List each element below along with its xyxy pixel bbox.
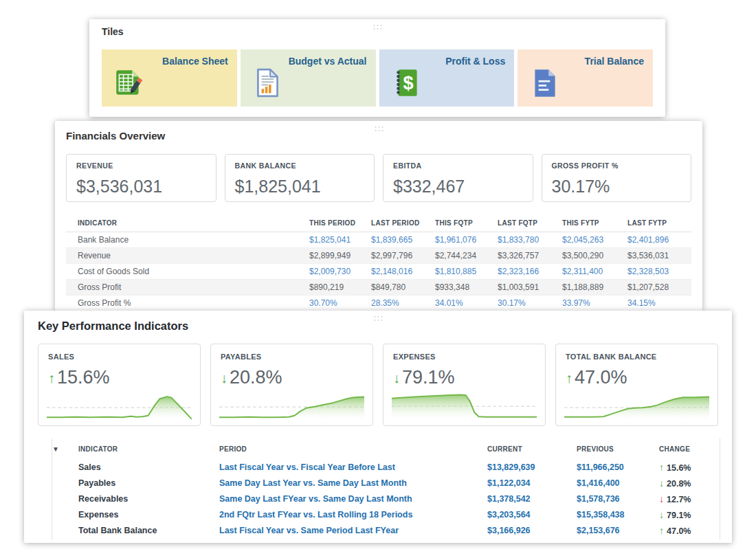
value-cell[interactable]: 30.70%	[309, 295, 371, 311]
sort-filter-icon[interactable]: ▼	[52, 438, 78, 459]
value-cell[interactable]: $2,009,730	[309, 264, 371, 280]
tile-label: Balance Sheet	[162, 56, 228, 67]
value-cell[interactable]: 33.97%	[562, 295, 627, 311]
indicator-cell: Gross Profit	[66, 280, 309, 295]
stat-value: $1,825,041	[235, 177, 365, 197]
table-row[interactable]: Revenue $2,899,949 $2,997,796 $2,744,234…	[66, 248, 691, 264]
kpi-card-total-bank-balance[interactable]: TOTAL BANK BALANCE ↑ 47.0%	[555, 344, 718, 426]
kpi-table-row[interactable]: Receivables Same Day Last FYear vs. Same…	[52, 491, 720, 506]
change-percent: 79.1%	[667, 511, 691, 520]
kpi-table-row[interactable]: Sales Last Fiscal Year vs. Fiscal Year B…	[52, 459, 720, 475]
value-cell[interactable]: $2,997,796	[371, 248, 435, 264]
period-link[interactable]: 2nd FQtr Last FYear vs. Last Rolling 18 …	[219, 506, 487, 522]
table-row[interactable]: Gross Profit $890,219 $849,780 $933,348 …	[66, 280, 691, 295]
previous-value-link[interactable]: $11,966,250	[577, 459, 659, 475]
stat-card-ebitda[interactable]: EBITDA $332,467	[383, 154, 533, 202]
value-cell[interactable]: $3,536,031	[627, 248, 691, 264]
stat-label: EBITDA	[393, 161, 523, 170]
value-cell[interactable]: $2,323,166	[498, 264, 562, 280]
previous-value-link[interactable]: $15,358,438	[577, 506, 659, 522]
current-value-link[interactable]: $1,378,542	[487, 491, 577, 506]
value-cell[interactable]: $2,744,234	[435, 248, 498, 264]
value-cell[interactable]: $2,899,949	[309, 248, 371, 264]
kpi-card-payables[interactable]: PAYABLES ↓ 20.8%	[210, 344, 373, 426]
value-cell[interactable]: $2,401,896	[627, 232, 691, 248]
period-link[interactable]: Last Fiscal Year vs. Same Period Last FY…	[219, 522, 487, 538]
drag-handle-icon[interactable]	[373, 23, 383, 30]
value-cell[interactable]: $1,839,665	[371, 232, 435, 248]
sparkline-chart	[219, 386, 364, 421]
indicator-cell: Receivables	[78, 491, 219, 506]
stat-card-gross-profit-pct[interactable]: GROSS PROFIT % 30.17%	[542, 154, 692, 202]
column-header[interactable]: INDICATOR	[78, 438, 219, 459]
value-cell[interactable]: $1,188,889	[562, 280, 627, 295]
current-value-link[interactable]: $3,203,564	[487, 506, 577, 522]
previous-value-link[interactable]: $2,153,676	[577, 522, 659, 538]
column-header[interactable]: PERIOD	[219, 438, 487, 459]
value-cell[interactable]: 30.17%	[498, 295, 562, 311]
current-value-link[interactable]: $1,122,034	[487, 475, 577, 491]
tile-profit-and-loss[interactable]: Profit & Loss $	[379, 49, 515, 107]
tile-balance-sheet[interactable]: Balance Sheet	[102, 49, 237, 107]
drag-handle-icon[interactable]	[373, 315, 383, 322]
change-percent: 47.0%	[667, 526, 691, 536]
change-cell: ↓12.7%	[659, 491, 720, 506]
tile-budget-vs-actual[interactable]: Budget vs Actual	[241, 49, 376, 107]
column-header[interactable]: PREVIOUS	[577, 438, 659, 459]
kpi-table-row[interactable]: Payables Same Day Last Year vs. Same Day…	[52, 475, 720, 491]
value-cell[interactable]: $1,810,885	[435, 264, 498, 280]
stat-card-revenue[interactable]: REVENUE $3,536,031	[66, 154, 216, 202]
value-cell[interactable]: $3,500,290	[562, 248, 627, 264]
kpi-table-row[interactable]: Total Bank Balance Last Fiscal Year vs. …	[52, 522, 720, 538]
stat-label: BANK BALANCE	[235, 161, 365, 170]
previous-value-link[interactable]: $1,416,400	[577, 475, 659, 491]
value-cell[interactable]: $1,003,591	[498, 280, 562, 295]
panel-title: Key Performance Indicators	[38, 320, 188, 333]
kpi-card-sales[interactable]: SALES ↑ 15.6%	[38, 344, 201, 426]
column-header[interactable]: CHANGE	[659, 438, 720, 459]
tile-trial-balance[interactable]: Trial Balance	[518, 49, 653, 107]
stat-label: GROSS PROFIT %	[552, 161, 682, 170]
value-cell[interactable]: $2,311,400	[562, 264, 627, 280]
value-cell[interactable]: $3,326,757	[498, 248, 562, 264]
value-cell[interactable]: $849,780	[371, 280, 435, 295]
value-cell[interactable]: $2,148,016	[371, 264, 435, 280]
kpi-table-container: ▼ INDICATOR PERIOD CURRENT PREVIOUS CHAN…	[52, 438, 720, 540]
indicator-cell: Payables	[78, 475, 219, 491]
current-value-link[interactable]: $13,829,639	[487, 459, 577, 475]
period-link[interactable]: Last Fiscal Year vs. Fiscal Year Before …	[219, 459, 487, 475]
indicator-cell: Gross Profit %	[66, 295, 309, 311]
column-header[interactable]: CURRENT	[487, 438, 577, 459]
period-link[interactable]: Same Day Last FYear vs. Same Day Last Mo…	[219, 491, 487, 506]
value-cell[interactable]: 34.01%	[435, 295, 498, 311]
kpi-card-expenses[interactable]: EXPENSES ↓ 79.1%	[383, 344, 546, 426]
sparkline-chart	[564, 386, 709, 421]
value-cell[interactable]: $2,328,503	[627, 264, 691, 280]
value-cell[interactable]: 28.35%	[371, 295, 435, 311]
column-header: THIS FQTP	[435, 214, 498, 232]
value-cell[interactable]: 34.15%	[627, 295, 691, 311]
table-row[interactable]: Cost of Goods Sold $2,009,730 $2,148,016…	[66, 264, 691, 280]
budget-vs-actual-icon	[252, 67, 284, 100]
trend-up-icon: ↑	[566, 371, 572, 385]
current-value-link[interactable]: $3,166,926	[487, 522, 577, 538]
value-cell[interactable]: $1,833,780	[498, 232, 562, 248]
kpi-table-row[interactable]: Expenses 2nd FQtr Last FYear vs. Last Ro…	[52, 506, 720, 522]
drag-handle-icon[interactable]	[374, 125, 384, 132]
panel-title: Tiles	[102, 26, 124, 37]
kpi-label: EXPENSES	[393, 353, 535, 361]
value-cell[interactable]: $2,045,263	[562, 232, 627, 248]
value-cell[interactable]: $1,961,076	[435, 232, 498, 248]
previous-value-link[interactable]: $1,578,736	[577, 491, 659, 506]
value-cell[interactable]: $1,207,528	[627, 280, 691, 295]
table-row[interactable]: Bank Balance $1,825,041 $1,839,665 $1,96…	[66, 232, 691, 248]
table-row[interactable]: Gross Profit % 30.70% 28.35% 34.01% 30.1…	[66, 295, 691, 311]
stat-card-bank-balance[interactable]: BANK BALANCE $1,825,041	[225, 154, 375, 202]
value-cell[interactable]: $890,219	[309, 280, 371, 295]
value-cell[interactable]: $933,348	[435, 280, 498, 295]
change-percent: 15.6%	[667, 463, 691, 473]
trial-balance-icon	[529, 67, 561, 100]
kpi-table: ▼ INDICATOR PERIOD CURRENT PREVIOUS CHAN…	[52, 438, 720, 538]
value-cell[interactable]: $1,825,041	[309, 232, 371, 248]
period-link[interactable]: Same Day Last Year vs. Same Day Last Mon…	[219, 475, 487, 491]
